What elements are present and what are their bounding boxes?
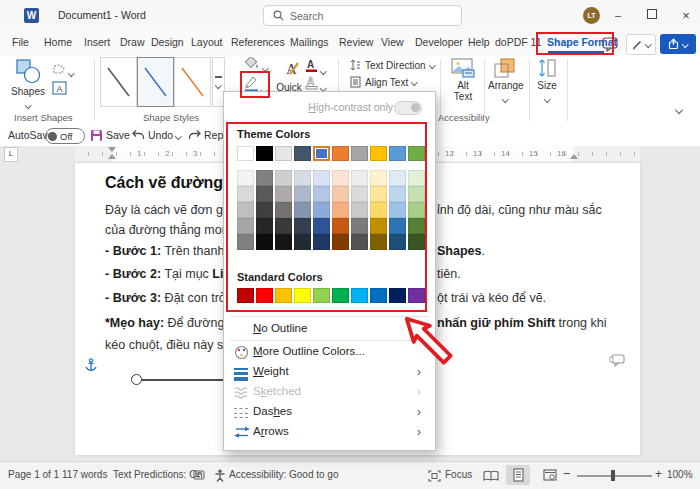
doc-line: ột trái và kéo để vẽ. (437, 291, 546, 305)
svg-text:A: A (307, 76, 314, 87)
chevron-down-icon (215, 82, 221, 88)
align-text-button[interactable]: Align Text (350, 76, 417, 88)
shape-fill-button[interactable] (244, 57, 268, 72)
shape-style-2-selected[interactable] (137, 57, 174, 107)
word-window: W Document1 - Word Search LT – × FileHom… (0, 0, 700, 489)
text-predictions[interactable]: Text Predictions: On (113, 469, 202, 480)
line-endpoint-handle[interactable] (131, 374, 142, 385)
high-contrast-toggle[interactable] (394, 101, 422, 115)
tab-dopdf-11[interactable]: doPDF 11 (495, 36, 542, 48)
divider (567, 59, 568, 121)
shape-style-1[interactable] (100, 57, 137, 107)
menu-item-arrows[interactable]: Arrows › (224, 422, 435, 443)
read-mode-icon[interactable] (483, 470, 499, 482)
tab-references[interactable]: References (231, 36, 285, 48)
divider (94, 59, 95, 121)
page-indicator[interactable]: Page 1 of 1 (8, 469, 59, 480)
annotation-arrow-cursor (404, 313, 458, 373)
maximize-button[interactable] (641, 9, 663, 23)
autosave-state: Off (60, 131, 73, 142)
save-icon[interactable] (90, 129, 103, 142)
focus-label[interactable]: Focus (445, 469, 472, 480)
editing-mode-button[interactable] (626, 34, 656, 55)
document-title: Document1 - Word (58, 9, 146, 21)
web-layout-icon[interactable] (543, 469, 557, 481)
text-predictions-icon[interactable] (193, 470, 205, 481)
tab-review[interactable]: Review (339, 36, 373, 48)
menu-separator (230, 316, 429, 317)
group-label-shape-styles: Shape Styles (143, 112, 199, 123)
alt-text-button[interactable]: Alt Text (446, 58, 480, 102)
ruler-number: 2 (165, 149, 169, 158)
tab-home[interactable]: Home (44, 36, 72, 48)
undo-label[interactable]: Undo (148, 129, 173, 141)
menu-separator (230, 340, 429, 341)
autosave-toggle[interactable]: Off (45, 128, 85, 144)
chevron-down-icon (645, 41, 651, 47)
doc-line: - Bước 3: Đặt con trỏ (105, 291, 226, 305)
repeat-icon[interactable] (188, 129, 202, 142)
tab-insert[interactable]: Insert (84, 36, 110, 48)
toggle-knob (411, 103, 420, 112)
share-button[interactable] (660, 34, 696, 54)
shapes-icon (15, 58, 41, 84)
tab-layout[interactable]: Layout (191, 36, 223, 48)
tab-view[interactable]: View (381, 36, 404, 48)
tab-mailings[interactable]: Mailings (290, 36, 329, 48)
chevron-down-icon (411, 79, 417, 85)
tab-design[interactable]: Design (151, 36, 184, 48)
chevron-down-icon (68, 70, 74, 76)
zoom-in-button[interactable]: + (655, 467, 662, 481)
arrange-button[interactable]: Arrange (488, 58, 522, 103)
tab-draw[interactable]: Draw (120, 36, 145, 48)
text-box-button[interactable]: A (52, 81, 67, 97)
collapse-ribbon-icon[interactable] (675, 106, 683, 114)
alt-text-label-2: Text (446, 91, 480, 102)
accessibility-status[interactable]: Accessibility: Good to go (229, 469, 339, 480)
tab-file[interactable]: File (12, 36, 29, 48)
close-button[interactable]: × (675, 9, 697, 23)
zoom-slider-handle[interactable] (611, 470, 615, 481)
text-outline-button[interactable]: A (305, 76, 326, 92)
group-label-accessibility: Accessibility (438, 112, 490, 123)
text-fill-button[interactable]: A (305, 59, 326, 75)
size-label: Size (533, 80, 561, 91)
doc-line: ỉnh độ dài, cũng như màu sắc (437, 203, 602, 217)
margin-comment-icon[interactable] (609, 354, 626, 368)
doc-line: Đây là cách vẽ đơn giản (105, 203, 240, 217)
menu-item-dashes[interactable]: Dashes › (224, 402, 435, 423)
zoom-out-button[interactable]: − (563, 466, 571, 481)
arrange-icon (494, 58, 516, 78)
arrange-label: Arrange (488, 80, 522, 91)
accessibility-icon[interactable] (214, 469, 226, 482)
save-label[interactable]: Save (106, 129, 130, 141)
submenu-arrow-icon: › (417, 404, 421, 419)
right-indent-marker[interactable] (570, 154, 578, 159)
minimize-button[interactable]: – (607, 9, 629, 23)
text-direction-button[interactable]: Text Direction (350, 59, 434, 71)
tab-stop-selector[interactable]: L (4, 147, 18, 162)
chevron-down-icon (320, 85, 326, 91)
svg-text:A: A (56, 84, 62, 94)
search-input[interactable]: Search (263, 5, 462, 26)
shapes-button[interactable]: Shapes (10, 58, 46, 109)
focus-icon[interactable] (428, 470, 441, 482)
edit-shape-button[interactable] (52, 63, 74, 77)
text-fill-icon: A (305, 59, 318, 73)
svg-text:A: A (286, 61, 297, 77)
tab-developer[interactable]: Developer (415, 36, 463, 48)
shape-style-3[interactable] (174, 57, 211, 107)
zoom-level[interactable]: 100% (667, 469, 693, 480)
avatar[interactable]: LT (583, 7, 600, 24)
shape-fill-icon (244, 57, 260, 70)
tab-help[interactable]: Help (468, 36, 490, 48)
first-line-indent-marker[interactable] (108, 147, 116, 152)
print-layout-icon[interactable] (513, 468, 524, 482)
hanging-indent-marker[interactable] (108, 154, 116, 159)
doc-line: Shapes. (437, 244, 485, 258)
word-count[interactable]: 117 words (62, 469, 107, 480)
chevron-down-icon[interactable] (175, 133, 181, 139)
submenu-arrow-icon: › (417, 424, 421, 439)
size-button[interactable]: Size (533, 58, 561, 103)
undo-icon[interactable] (131, 129, 145, 142)
